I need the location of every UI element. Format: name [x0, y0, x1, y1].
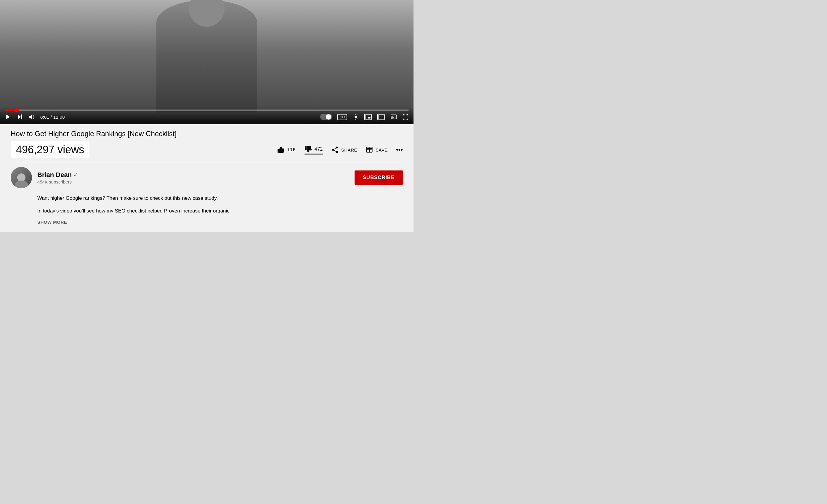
like-button[interactable]: 11K	[277, 146, 296, 154]
controls-row: 0:01 / 12:08 CC	[5, 114, 409, 120]
time-display: 0:01 / 12:08	[40, 115, 65, 120]
save-button[interactable]: SAVE	[366, 146, 388, 154]
play-button[interactable]	[5, 114, 11, 120]
description-line-2: In today’s video you’ll see how my SEO c…	[37, 207, 403, 216]
channel-info: Brian Dean ✓ 454K subscribers	[37, 171, 78, 184]
person-silhouette	[156, 0, 257, 112]
video-thumbnail	[0, 0, 414, 124]
autoplay-toggle[interactable]	[320, 114, 332, 120]
svg-rect-6	[378, 115, 384, 119]
person-head	[189, 0, 225, 26]
dislike-button[interactable]: 472	[304, 145, 323, 155]
svg-marker-1	[18, 115, 21, 120]
content-area: How to Get Higher Google Rankings [New C…	[0, 124, 414, 232]
svg-line-9	[334, 148, 336, 149]
progress-dot	[15, 108, 19, 112]
channel-row: Brian Dean ✓ 454K subscribers SUBSCRIBE	[11, 167, 403, 188]
volume-button[interactable]	[29, 114, 35, 120]
channel-avatar[interactable]	[11, 167, 32, 188]
show-more-button[interactable]: SHOW MORE	[37, 220, 67, 225]
svg-rect-2	[21, 115, 22, 120]
svg-marker-3	[29, 115, 32, 119]
share-label: SHARE	[341, 148, 357, 153]
channel-name-row: Brian Dean ✓	[37, 171, 78, 179]
miniplayer-button[interactable]	[364, 114, 372, 120]
cc-button[interactable]: CC	[337, 114, 347, 120]
theater-icon	[377, 114, 385, 120]
channel-name[interactable]: Brian Dean	[37, 171, 72, 179]
miniplayer-icon	[364, 114, 372, 120]
svg-marker-0	[6, 115, 10, 120]
more-dots: •••	[396, 146, 403, 154]
toggle-knob	[326, 114, 331, 120]
svg-rect-5	[368, 117, 371, 119]
dislike-count: 472	[314, 147, 323, 152]
video-controls: 0:01 / 12:08 CC	[0, 107, 414, 124]
avatar-body	[15, 180, 28, 188]
share-button[interactable]: SHARE	[331, 146, 357, 154]
more-button[interactable]: •••	[396, 146, 403, 154]
subscribe-button[interactable]: SUBSCRIBE	[354, 170, 403, 185]
save-label: SAVE	[376, 148, 388, 153]
views-count: 496,297 views	[11, 141, 90, 158]
cast-button[interactable]	[390, 114, 397, 120]
settings-button[interactable]	[352, 114, 359, 120]
description-area: Want higher Google rankings? Then make s…	[37, 194, 403, 225]
meta-row: 496,297 views 11K 472	[11, 141, 403, 162]
svg-line-8	[334, 150, 336, 152]
action-buttons: 11K 472 SHARE	[277, 145, 403, 155]
progress-bar[interactable]	[5, 110, 409, 111]
description-line-1: Want higher Google rankings? Then make s…	[37, 194, 403, 203]
fullscreen-button[interactable]	[402, 114, 409, 120]
toggle-track	[320, 114, 332, 120]
verified-icon: ✓	[74, 172, 78, 178]
video-player: 0:01 / 12:08 CC	[0, 0, 414, 124]
next-button[interactable]	[16, 114, 23, 120]
video-title: How to Get Higher Google Rankings [New C…	[11, 129, 403, 138]
theater-button[interactable]	[377, 114, 385, 120]
like-count: 11K	[287, 147, 296, 153]
subscriber-count: 454K subscribers	[37, 179, 78, 184]
